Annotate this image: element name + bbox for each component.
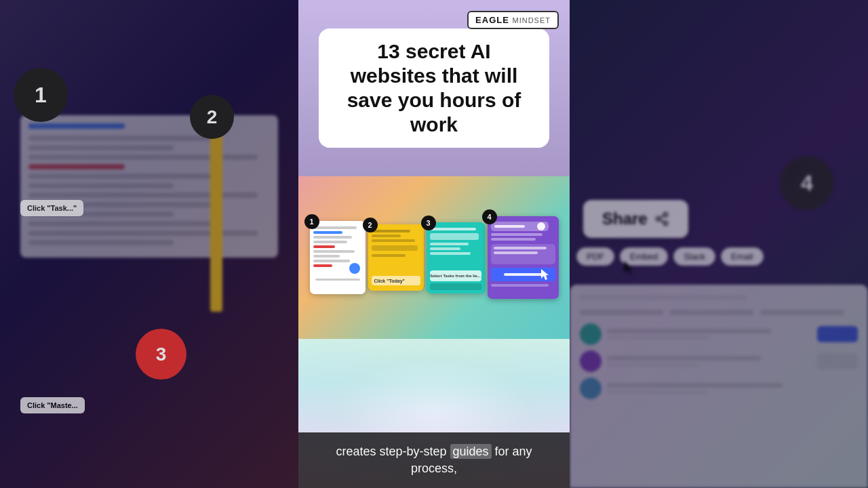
steps-section: 1 2 [298,176,570,339]
avatar [580,350,601,372]
subtitle-bar: creates step-by-step guides for any proc… [298,432,570,488]
avatar [580,323,601,345]
svg-line-3 [660,220,664,222]
avatar [580,378,601,399]
step-badge-4: 4 [482,209,497,224]
bottom-section: creates step-by-step guides for any proc… [298,339,570,488]
svg-point-2 [663,222,667,226]
step-circle-3: 3 [136,329,186,380]
step-circle-2: 2 [190,95,234,139]
list-item [580,378,858,399]
brand-badge: EAGLE MINDSET [467,11,559,29]
list-item [580,323,858,345]
yellow-bar [210,122,222,312]
top-section: EAGLE MINDSET 13 secret AI websites that… [298,0,570,176]
click-master-label: Click "Maste... [20,397,85,413]
step-circle-1: 1 [14,68,68,122]
step-badge-2: 2 [363,218,378,232]
share-icon [654,211,669,226]
step-card-2: 2 Click "Today" [368,224,424,291]
step-card-1: 1 [310,221,366,294]
center-panel: EAGLE MINDSET 13 secret AI websites that… [298,0,570,488]
click-task-label: Click "Task..." [20,200,83,216]
share-button-right[interactable]: Share [583,200,688,238]
pdf-option[interactable]: PDF [576,247,614,266]
svg-line-4 [660,216,664,218]
subtitle-highlight: guides [450,444,492,459]
svg-point-1 [656,217,660,221]
email-option[interactable]: Email [721,247,764,266]
step-card-3: 3 Select Tasks from the lis... [427,222,485,293]
video-container: 1 2 3 Click "Task..." Click "Maste... 4 … [0,0,868,488]
step-badge-1: 1 [304,214,319,229]
list-item [580,350,858,372]
main-title-card: 13 secret AI websites that will save you… [319,28,549,148]
mouse-cursor [624,261,636,279]
cursor-icon [541,269,551,284]
right-bottom-panel [570,285,868,488]
subtitle-text: creates step-by-step guides for any proc… [312,443,556,477]
share-options: PDF Embed Slack Email [576,247,764,266]
svg-point-0 [663,213,667,217]
left-panel: 1 2 3 Click "Task..." Click "Maste... [0,0,298,488]
step-badge-3: 3 [421,216,436,230]
slack-option[interactable]: Slack [673,247,715,266]
step-card-4: 4 [488,216,559,299]
right-panel: 4 Share PDF Embed Slack Email [570,0,868,488]
step-circle-4: 4 [780,156,834,210]
